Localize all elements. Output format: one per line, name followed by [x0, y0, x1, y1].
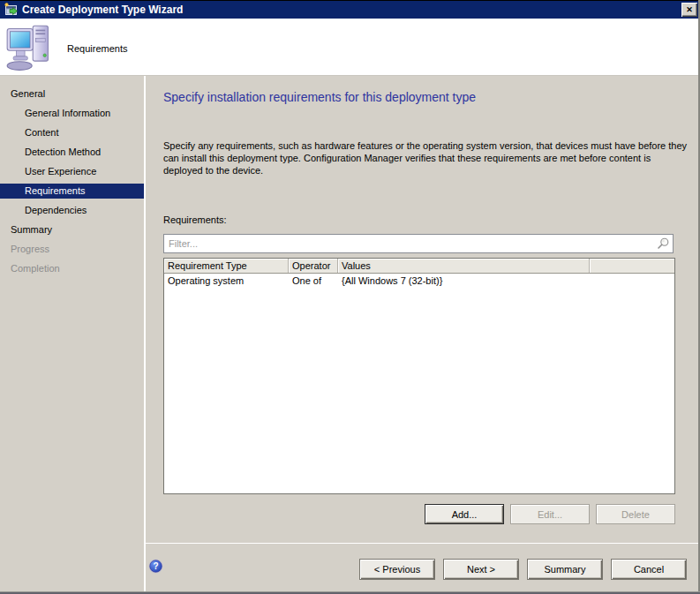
sidebar-item-content[interactable]: Content	[0, 125, 144, 140]
sidebar-item-requirements[interactable]: Requirements	[0, 184, 144, 199]
wizard-step-title: Requirements	[67, 43, 127, 54]
close-button[interactable]: ✕	[681, 3, 697, 17]
sidebar-item-completion: Completion	[0, 261, 144, 276]
page-description: Specify any requirements, such as hardwa…	[163, 139, 688, 177]
computer-icon	[5, 22, 55, 71]
titlebar: Create Deployment Type Wizard ✕	[0, 0, 700, 19]
sidebar-item-dependencies[interactable]: Dependencies	[0, 203, 144, 218]
requirements-label: Requirements:	[163, 214, 227, 225]
column-header-operator[interactable]: Operator	[289, 259, 338, 273]
table-header: Requirement Type Operator Values	[164, 259, 674, 274]
edit-button: Edit...	[510, 504, 590, 524]
next-button[interactable]: Next >	[443, 559, 519, 580]
cancel-button[interactable]: Cancel	[611, 559, 687, 580]
app-icon	[4, 3, 19, 17]
summary-button[interactable]: Summary	[527, 559, 603, 580]
search-icon	[656, 237, 670, 251]
cell-blank	[590, 274, 674, 289]
cell-requirement-type: Operating system	[164, 274, 289, 289]
filter-input[interactable]	[164, 235, 651, 252]
wizard-nav-sidebar: General General Information Content Dete…	[0, 76, 144, 594]
cell-values: {All Windows 7 (32-bit)}	[338, 274, 590, 289]
wizard-header: Requirements	[0, 19, 700, 76]
footer-divider	[146, 543, 698, 544]
add-button[interactable]: Add...	[425, 504, 504, 524]
page-heading: Specify installation requirements for th…	[163, 90, 476, 104]
column-header-blank	[590, 259, 674, 273]
requirement-actions: Add... Edit... Delete	[425, 504, 675, 524]
sidebar-item-general[interactable]: General	[0, 86, 144, 102]
wizard-window: { "window": { "title": "Create Deploymen…	[0, 0, 700, 594]
wizard-page: Specify installation requirements for th…	[146, 76, 700, 594]
requirements-table: Requirement Type Operator Values Operati…	[163, 258, 675, 494]
delete-button: Delete	[596, 504, 675, 524]
sidebar-item-user-experience[interactable]: User Experience	[0, 164, 144, 179]
filter-box	[163, 234, 674, 253]
window-title: Create Deployment Type Wizard	[22, 4, 681, 16]
sidebar-item-progress: Progress	[0, 242, 144, 257]
previous-button[interactable]: < Previous	[359, 559, 435, 580]
column-header-requirement-type[interactable]: Requirement Type	[164, 259, 289, 273]
sidebar-item-general-information[interactable]: General Information	[0, 106, 144, 121]
help-icon[interactable]: ?	[148, 559, 163, 574]
close-icon: ✕	[686, 5, 693, 14]
cell-operator: One of	[289, 274, 338, 289]
table-row[interactable]: Operating system One of {All Windows 7 (…	[164, 274, 674, 289]
wizard-nav-buttons: < Previous Next > Summary Cancel	[359, 559, 687, 580]
sidebar-item-detection-method[interactable]: Detection Method	[0, 145, 144, 160]
column-header-values[interactable]: Values	[338, 259, 590, 273]
sidebar-item-summary[interactable]: Summary	[0, 222, 144, 237]
svg-text:?: ?	[153, 561, 158, 571]
